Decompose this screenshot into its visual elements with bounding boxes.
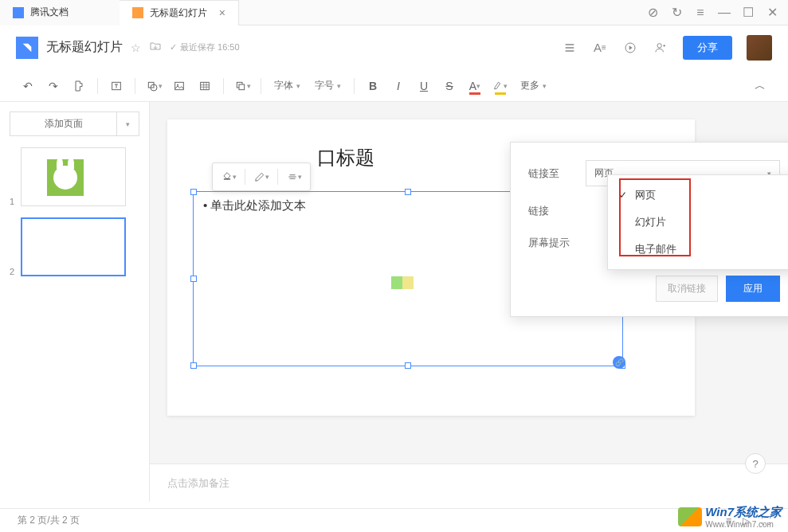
link-to-label: 链接至 [528,166,576,181]
user-avatar[interactable] [747,35,772,61]
svg-rect-5 [175,82,184,89]
add-slide-button[interactable]: 添加页面 [10,111,117,136]
resize-handle[interactable] [405,362,411,369]
link-label: 链接 [528,204,576,218]
arrange-button[interactable]: ▾ [230,74,254,98]
browser-tab-tencent-docs[interactable]: 腾讯文档 [0,0,120,25]
block-icon[interactable]: ⊘ [646,6,659,19]
svg-rect-9 [239,84,245,90]
undo-button[interactable]: ↶ [16,74,40,98]
watermark-url: Www.Winwin7.com [705,520,782,529]
speaker-notes[interactable]: ? 点击添加备注 [150,464,788,508]
dropdown-option-slide[interactable]: 幻灯片 [616,209,788,236]
browser-tab-strip: 腾讯文档 无标题幻灯片 × ⊘ ↻ ≡ — ☐ ✕ [0,0,788,25]
tab-label: 腾讯文档 [30,6,69,19]
tab-label: 无标题幻灯片 [150,6,207,20]
app-logo-icon[interactable] [16,37,38,59]
main-body: 添加页面 ▾ 1 2 单击此处添力口标题 ▾ ▾ ▾ [0,102,788,502]
help-button[interactable]: ? [745,453,766,474]
align-button[interactable]: ▾ [281,166,307,187]
share-button[interactable]: 分享 [683,36,732,60]
remove-link-button[interactable]: 取消链接 [656,276,718,302]
save-status: ✓ 最近保存 16:50 [170,41,240,53]
resize-handle[interactable] [190,362,197,369]
slide-panel: 添加页面 ▾ 1 2 [0,102,150,502]
main-toolbar: ↶ ↷ ▾ ▾ 字体▾ 字号▾ B I U S A▾ ▾ 更多▾ ︿ [0,70,788,102]
link-type-dropdown: ✓网页 幻灯片 电子邮件 [607,174,788,270]
font-size-dropdown[interactable]: 字号▾ [308,76,347,96]
move-folder-icon[interactable] [149,40,162,55]
highlight-button[interactable]: ▾ [488,74,512,98]
maximize-icon[interactable]: ☐ [742,6,755,19]
slides-icon [132,7,143,18]
tooltip-label: 屏幕提示 [528,236,576,250]
window-controls: ⊘ ↻ ≡ — ☐ ✕ [646,6,788,19]
check-icon: ✓ [170,42,177,53]
watermark-brand: Win7系统之家 [705,505,782,520]
check-icon: ✓ [619,190,630,201]
slide-thumbnail-2[interactable] [21,217,126,276]
play-icon[interactable] [622,40,638,56]
tencent-docs-icon [13,7,24,18]
textbox-button[interactable] [104,74,128,98]
body-placeholder-text[interactable]: • 单击此处添加文本 [203,198,306,213]
notes-placeholder: 点击添加备注 [167,477,229,489]
browser-tab-slides[interactable]: 无标题幻灯片 × [120,0,239,25]
selection-mini-toolbar: ▾ ▾ ▾ [212,162,311,191]
menu-icon[interactable]: ≡ [694,6,707,19]
close-window-icon[interactable]: ✕ [766,6,778,19]
border-color-button[interactable]: ▾ [249,166,274,187]
apply-link-button[interactable]: 应用 [726,276,780,302]
close-tab-icon[interactable]: × [219,6,225,19]
table-icon [391,276,414,289]
bold-button[interactable]: B [361,74,385,98]
watermark-logo-icon [678,507,702,526]
shape-button[interactable]: ▾ [142,74,166,98]
star-icon[interactable]: ☆ [131,41,141,54]
svg-point-1 [657,43,661,47]
font-color-button[interactable]: A▾ [463,74,487,98]
slide-thumbnail-1[interactable] [21,147,126,206]
slide-canvas[interactable]: 单击此处添力口标题 ▾ ▾ ▾ • 单击此处添加文本 [167,119,695,416]
resize-handle[interactable] [190,189,197,195]
dropdown-option-email[interactable]: 电子邮件 [616,236,788,263]
document-title[interactable]: 无标题幻灯片 [46,39,123,56]
font-dropdown[interactable]: 字体▾ [268,76,307,96]
minimize-icon[interactable]: — [718,6,731,19]
svg-rect-3 [148,82,154,88]
app-header: 无标题幻灯片 ☆ ✓ 最近保存 16:50 A≡ 分享 [0,25,788,70]
text-style-icon[interactable]: A≡ [592,40,608,56]
link-badge-icon[interactable]: 🔗 [613,356,625,369]
image-button[interactable] [167,74,191,98]
underline-button[interactable]: U [412,74,436,98]
watermark: Win7系统之家 Www.Winwin7.com [678,505,782,529]
italic-button[interactable]: I [386,74,410,98]
fill-color-button[interactable]: ▾ [216,166,241,187]
more-dropdown[interactable]: 更多▾ [514,76,553,96]
dropdown-option-webpage[interactable]: ✓网页 [616,182,788,209]
page-counter: 第 2 页/共 2 页 [18,514,80,527]
add-slide-options-button[interactable]: ▾ [117,111,139,136]
thumbnail-image [47,159,84,196]
list-icon[interactable] [562,40,578,56]
format-painter-button[interactable] [67,74,91,98]
collapse-toolbar-icon[interactable]: ︿ [748,74,772,98]
refresh-icon[interactable]: ↻ [670,6,683,19]
redo-button[interactable]: ↷ [41,74,65,98]
strikethrough-button[interactable]: S [437,74,461,98]
slide-number: 2 [10,267,14,276]
status-bar: 第 2 页/共 2 页 ≡ ▷ ⛶ [0,508,788,532]
svg-rect-7 [201,82,210,89]
resize-handle[interactable] [190,276,197,282]
resize-handle[interactable] [405,189,411,195]
table-button[interactable] [193,74,217,98]
slide-number: 1 [10,197,14,206]
add-user-icon[interactable] [653,40,668,56]
canvas-area: 单击此处添力口标题 ▾ ▾ ▾ • 单击此处添加文本 [150,102,788,502]
